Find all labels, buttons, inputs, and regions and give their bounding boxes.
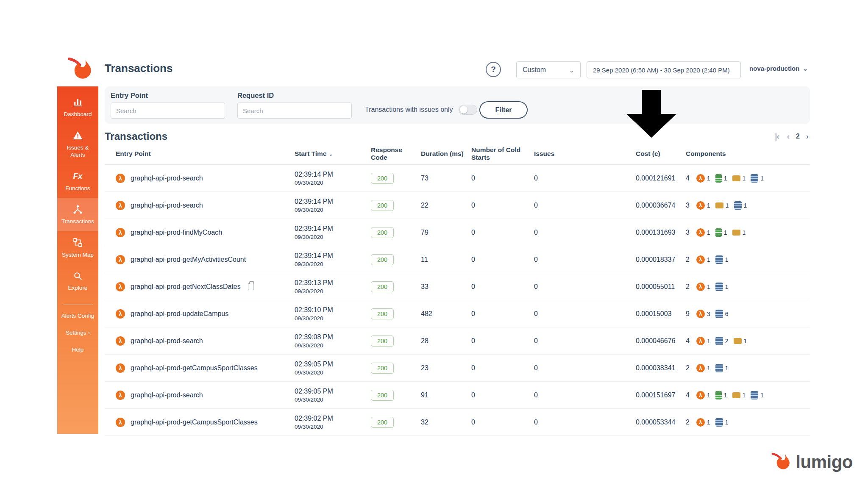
sidebar-item-alerts-config[interactable]: Alerts Config bbox=[57, 308, 98, 324]
sidebar-item-explore[interactable]: Explore bbox=[57, 264, 98, 298]
component-badge: λ1 bbox=[696, 418, 710, 427]
issues-only-toggle[interactable] bbox=[459, 105, 477, 115]
issues-value: 0 bbox=[534, 391, 636, 399]
entry-point-link[interactable]: graphql-api-prod-getNextClassDates bbox=[131, 283, 241, 291]
start-time: 02:39:02 PM bbox=[295, 415, 367, 422]
component-badge: 6 bbox=[715, 310, 729, 318]
component-badge: λ1 bbox=[696, 364, 710, 372]
entry-point-link[interactable]: graphql-api-prod-getMyActivitiesCount bbox=[131, 256, 246, 263]
cost-value: 0.000036674 bbox=[636, 202, 686, 209]
start-time: 02:39:14 PM bbox=[295, 171, 367, 178]
components-list: λ111 bbox=[696, 201, 752, 210]
entry-point-link[interactable]: graphql-api-prod-updateCampus bbox=[131, 310, 228, 318]
duration-value: 28 bbox=[421, 337, 471, 345]
entry-point-link[interactable]: graphql-api-prod-search bbox=[131, 202, 203, 209]
sidebar-item-functions[interactable]: FxFunctions bbox=[57, 165, 98, 198]
components-list: λ11 bbox=[696, 283, 734, 291]
component-badge: λ1 bbox=[696, 201, 710, 210]
blue-database-icon bbox=[715, 337, 723, 345]
col-header-entry-point: Entry Point bbox=[105, 150, 295, 158]
sidebar-item-system-map[interactable]: System Map bbox=[57, 231, 98, 265]
cost-value: 0.000046676 bbox=[636, 337, 686, 345]
issues-value: 0 bbox=[534, 175, 636, 182]
next-page-icon[interactable]: › bbox=[805, 131, 810, 142]
date-preset-value: Custom bbox=[523, 66, 546, 74]
table-row[interactable]: λ graphql-api-prod-getNextClassDates 02:… bbox=[105, 273, 810, 300]
sidebar-item-settings[interactable]: Settings › bbox=[57, 324, 98, 341]
table-row[interactable]: λ graphql-api-prod-findMyCoach 02:39:14 … bbox=[105, 219, 810, 246]
lambda-icon: λ bbox=[696, 255, 705, 264]
component-badge: 1 bbox=[734, 201, 747, 210]
component-badge: 1 bbox=[715, 364, 729, 372]
pagination: |‹ ‹ 2 › bbox=[773, 131, 810, 142]
first-page-icon[interactable]: |‹ bbox=[773, 131, 781, 142]
blue-database-icon bbox=[751, 391, 758, 399]
entry-point-link[interactable]: graphql-api-prod-getCampusSportClasses bbox=[131, 419, 258, 426]
component-count: 1 bbox=[724, 175, 727, 182]
col-header-issues: Issues bbox=[534, 150, 636, 158]
entry-point-link[interactable]: graphql-api-prod-getCampusSportClasses bbox=[131, 364, 258, 372]
component-count: 1 bbox=[760, 175, 764, 182]
system-map-icon bbox=[72, 237, 83, 248]
duration-value: 33 bbox=[421, 283, 471, 291]
component-count: 1 bbox=[743, 229, 746, 236]
entry-point-link[interactable]: graphql-api-prod-findMyCoach bbox=[131, 229, 222, 236]
table-row[interactable]: λ graphql-api-prod-updateCampus 02:39:10… bbox=[105, 300, 810, 327]
copy-icon[interactable] bbox=[248, 283, 253, 290]
sidebar-item-label: Issues & Alerts bbox=[59, 144, 97, 159]
transactions-table: Entry Point Start Time ⌄ Response Code D… bbox=[105, 143, 810, 436]
component-count: 1 bbox=[725, 283, 729, 290]
cold-starts-value: 0 bbox=[471, 283, 534, 291]
issues-value: 0 bbox=[534, 337, 636, 345]
lambda-icon: λ bbox=[116, 201, 125, 210]
table-row[interactable]: λ graphql-api-prod-getMyActivitiesCount … bbox=[105, 246, 810, 273]
components-total: 3 bbox=[686, 229, 690, 236]
request-id-search-input[interactable] bbox=[237, 103, 352, 119]
component-count: 6 bbox=[725, 311, 729, 317]
entry-point-link[interactable]: graphql-api-prod-search bbox=[131, 337, 203, 345]
component-count: 3 bbox=[707, 311, 710, 317]
sidebar-item-dashboard[interactable]: Dashboard bbox=[57, 91, 98, 124]
component-badge: λ1 bbox=[696, 255, 710, 264]
components-list: λ121 bbox=[696, 337, 752, 345]
filter-button[interactable]: Filter bbox=[479, 101, 528, 119]
request-id-label: Request ID bbox=[237, 92, 352, 100]
entry-point-search-input[interactable] bbox=[111, 103, 225, 119]
warning-icon bbox=[72, 130, 83, 141]
blue-database-icon bbox=[715, 283, 723, 291]
help-button[interactable]: ? bbox=[486, 62, 501, 77]
table-row[interactable]: λ graphql-api-prod-getCampusSportClasses… bbox=[105, 409, 810, 436]
table-row[interactable]: λ graphql-api-prod-search 02:39:05 PM 09… bbox=[105, 382, 810, 409]
table-row[interactable]: λ graphql-api-prod-search 02:39:08 PM 09… bbox=[105, 327, 810, 355]
duration-value: 482 bbox=[421, 310, 471, 318]
component-badge: λ1 bbox=[696, 391, 710, 399]
sidebar-item-transactions[interactable]: Transactions bbox=[57, 198, 98, 231]
entry-point-link[interactable]: graphql-api-prod-search bbox=[131, 175, 203, 182]
col-header-start-time[interactable]: Start Time ⌄ bbox=[295, 150, 371, 158]
component-count: 1 bbox=[744, 338, 747, 344]
cold-starts-value: 0 bbox=[471, 310, 534, 318]
component-badge: λ3 bbox=[696, 310, 710, 318]
lambda-icon: λ bbox=[696, 337, 705, 345]
environment-select[interactable]: nova-production ⌄ bbox=[749, 65, 808, 72]
sidebar-item-help[interactable]: Help bbox=[57, 341, 98, 358]
duration-value: 79 bbox=[421, 229, 471, 236]
date-range-input[interactable]: 29 Sep 2020 (6:50 AM) - 30 Sep 2020 (2:4… bbox=[587, 61, 741, 78]
toggle-knob bbox=[460, 106, 467, 114]
component-badge: 1 bbox=[732, 229, 746, 236]
table-row[interactable]: λ graphql-api-prod-getCampusSportClasses… bbox=[105, 355, 810, 382]
table-row[interactable]: λ graphql-api-prod-search 02:39:14 PM 09… bbox=[105, 165, 810, 192]
component-badge: 1 bbox=[751, 391, 764, 399]
entry-point-link[interactable]: graphql-api-prod-search bbox=[131, 391, 203, 399]
date-preset-select[interactable]: Custom ⌄ bbox=[516, 61, 581, 78]
col-header-cost: Cost (c) bbox=[636, 150, 686, 158]
prev-page-icon[interactable]: ‹ bbox=[786, 131, 791, 142]
table-row[interactable]: λ graphql-api-prod-search 02:39:14 PM 09… bbox=[105, 192, 810, 219]
lambda-icon: λ bbox=[116, 255, 125, 264]
request-id-filter: Request ID bbox=[237, 92, 352, 119]
issues-value: 0 bbox=[534, 202, 636, 209]
cost-value: 0.000018337 bbox=[636, 256, 686, 263]
response-code-badge: 200 bbox=[371, 254, 394, 265]
issues-value: 0 bbox=[534, 364, 636, 372]
sidebar-item-issues-alerts[interactable]: Issues & Alerts bbox=[57, 124, 98, 165]
